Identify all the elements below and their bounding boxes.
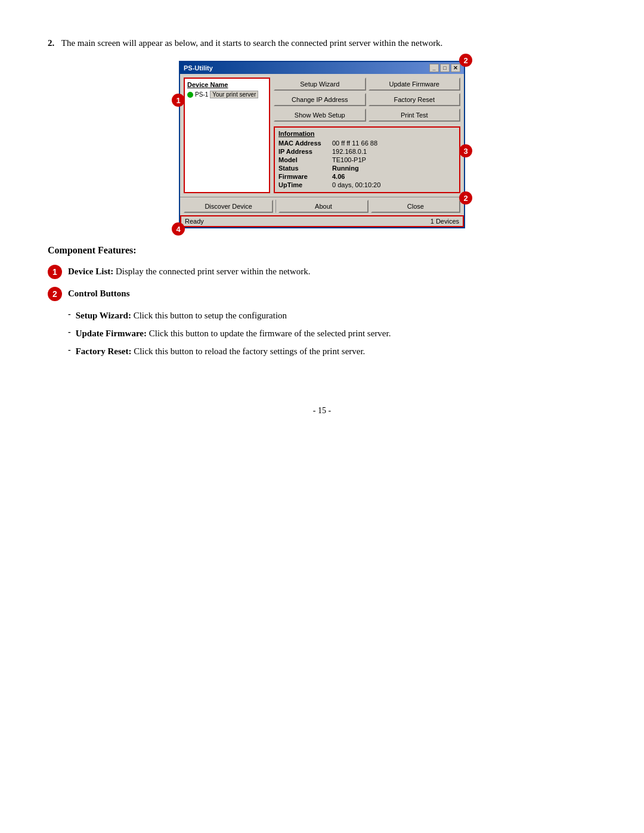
ps-utility-dialog: PS-Utility _ □ ✕ Device Name PS-1 Your p… [179, 61, 465, 228]
minimize-button[interactable]: _ [429, 64, 439, 72]
sub-bullet-2: - [68, 326, 71, 339]
device-panel-header: Device Name [187, 81, 267, 88]
feature-label-1: Device List: [68, 267, 113, 276]
uptime-value: 0 days, 00:10:20 [332, 181, 380, 188]
status-value: Running [332, 165, 359, 172]
info-uptime-row: UpTime 0 days, 00:10:20 [278, 181, 456, 188]
update-firmware-button[interactable]: Update Firmware [369, 78, 461, 91]
ip-value: 192.168.0.1 [332, 148, 367, 155]
window-title: PS-Utility [184, 64, 213, 72]
ip-label: IP Address [278, 148, 332, 155]
ps-utility-window: 1 2 3 2 4 PS-Utility _ □ ✕ Device Name P… [179, 61, 465, 228]
feature-text-2: Control Buttons [68, 286, 596, 301]
info-title: Information [278, 130, 456, 137]
firmware-label: Firmware [278, 173, 332, 180]
section-title: Component Features: [48, 245, 596, 256]
sub-bullet-3: - [68, 343, 71, 357]
info-status-row: Status Running [278, 165, 456, 172]
button-grid: Setup Wizard Update Firmware Change IP A… [274, 78, 460, 122]
step-number: 2. [48, 38, 54, 48]
change-ip-button[interactable]: Change IP Address [274, 93, 366, 106]
maximize-button[interactable]: □ [440, 64, 450, 72]
discover-device-button[interactable]: Discover Device [184, 200, 273, 213]
firmware-value: 4.06 [332, 173, 345, 180]
info-ip-row: IP Address 192.168.0.1 [278, 148, 456, 155]
factory-reset-button[interactable]: Factory Reset [369, 93, 461, 106]
device-server-name: Your print server [210, 91, 258, 98]
model-label: Model [278, 156, 332, 163]
bottom-bar: Discover Device About Close [180, 197, 464, 215]
uptime-label: UpTime [278, 181, 332, 188]
component-features-section: Component Features: 1 Device List: Displ… [48, 245, 596, 358]
feature-item-1: 1 Device List: Display the connected pri… [48, 264, 596, 279]
statusbar: Ready 1 Devices [180, 215, 464, 227]
show-web-button[interactable]: Show Web Setup [274, 109, 366, 122]
sub-bullet-1: - [68, 308, 71, 321]
status-ready: Ready [185, 218, 204, 225]
intro-paragraph: 2. The main screen will appear as below,… [48, 36, 596, 50]
device-id: PS-1 [195, 91, 208, 98]
sub-features-list: - Setup Wizard: Click this button to set… [68, 308, 596, 358]
status-label: Status [278, 165, 332, 172]
mac-value: 00 ff ff 11 66 88 [332, 140, 377, 147]
sub-feature-firmware: - Update Firmware: Click this button to … [68, 326, 596, 340]
info-model-row: Model TE100-P1P [278, 156, 456, 163]
feature-text-1: Device List: Display the connected print… [68, 264, 596, 278]
intro-text: The main screen will appear as below, an… [61, 38, 443, 48]
close-button[interactable]: ✕ [451, 64, 460, 72]
mac-label: MAC Address [278, 140, 332, 147]
annotation-3: 3 [459, 144, 472, 157]
info-mac-row: MAC Address 00 ff ff 11 66 88 [278, 140, 456, 147]
feature-circle-1: 1 [48, 265, 62, 279]
right-panel: Setup Wizard Update Firmware Change IP A… [274, 78, 460, 193]
annotation-1: 1 [172, 94, 185, 107]
model-value: TE100-P1P [332, 156, 366, 163]
device-item: PS-1 Your print server [187, 91, 267, 98]
sub-text-1: Setup Wizard: Click this button to setup… [76, 308, 287, 323]
print-test-button[interactable]: Print Test [369, 109, 461, 122]
annotation-4: 4 [172, 222, 185, 236]
feature-item-2: 2 Control Buttons [48, 286, 596, 301]
device-panel: Device Name PS-1 Your print server [184, 78, 270, 193]
setup-wizard-button[interactable]: Setup Wizard [274, 78, 366, 91]
status-devices: 1 Devices [431, 218, 459, 225]
window-body: Device Name PS-1 Your print server Setup… [180, 74, 464, 197]
titlebar-controls: _ □ ✕ [429, 64, 460, 72]
feature-circle-2: 2 [48, 287, 62, 301]
sub-feature-factory: - Factory Reset: Click this button to re… [68, 344, 596, 358]
info-firmware-row: Firmware 4.06 [278, 173, 456, 180]
device-status-dot [187, 92, 193, 98]
sub-text-3: Factory Reset: Click this button to relo… [76, 344, 366, 358]
annotation-2b: 2 [459, 191, 472, 205]
about-button[interactable]: About [278, 200, 368, 213]
page-number: - 15 - [48, 406, 596, 416]
feature-label-2: Control Buttons [68, 289, 130, 298]
titlebar: PS-Utility _ □ ✕ [180, 62, 464, 74]
annotation-2a: 2 [459, 54, 472, 67]
sub-feature-setup: - Setup Wizard: Click this button to set… [68, 308, 596, 323]
feature-desc-1: Display the connected print server withi… [116, 267, 311, 276]
sub-text-2: Update Firmware: Click this button to up… [76, 326, 391, 340]
close-window-button[interactable]: Close [371, 200, 460, 213]
info-panel: Information MAC Address 00 ff ff 11 66 8… [274, 126, 460, 193]
